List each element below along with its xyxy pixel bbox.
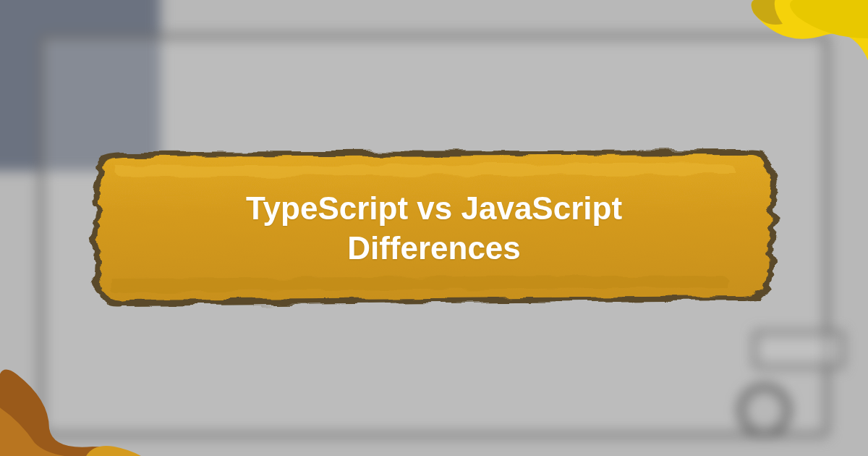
corner-top-right-decoration <box>739 0 868 100</box>
title-line-1: TypeScript vs JavaScript <box>246 190 622 226</box>
bg-circle-shape <box>738 384 791 437</box>
banner-title: TypeScript vs JavaScript Differences <box>246 188 622 268</box>
title-line-2: Differences <box>347 230 521 266</box>
corner-bottom-left-decoration <box>0 349 143 456</box>
title-banner: TypeScript vs JavaScript Differences <box>80 134 788 322</box>
bg-tab-shape <box>753 331 844 369</box>
